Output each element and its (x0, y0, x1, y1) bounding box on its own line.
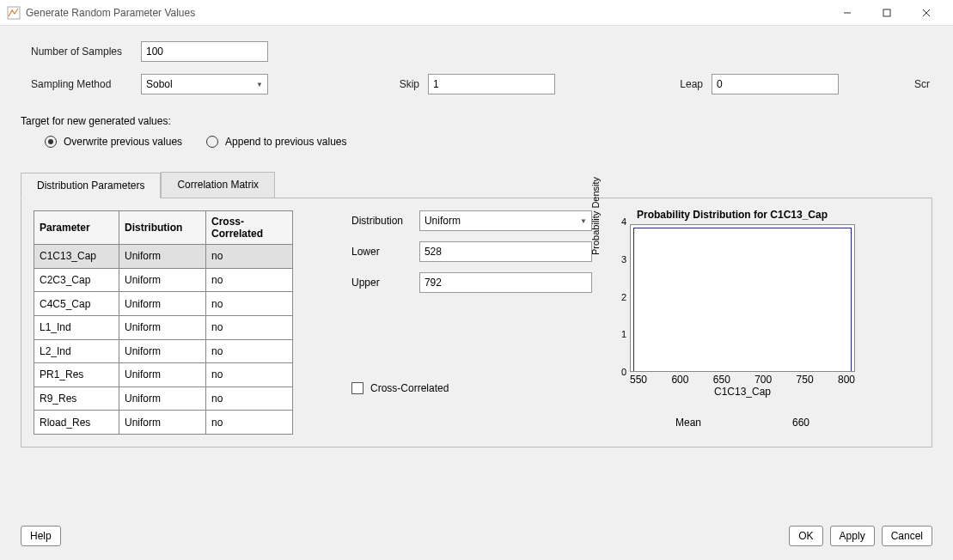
tab-panel: Parameter Distribution Cross-Correlated … (21, 198, 932, 447)
cell-distribution: Uniform (119, 363, 205, 387)
cell-crosscorr: no (205, 292, 292, 316)
distribution-select[interactable]: Uniform ▼ (419, 210, 592, 231)
cell-distribution: Uniform (119, 315, 205, 339)
distribution-value: Uniform (425, 215, 461, 227)
table-row[interactable]: C1C13_CapUniformno (34, 245, 293, 269)
cancel-button[interactable]: Cancel (882, 526, 932, 546)
app-icon (7, 6, 21, 20)
cell-parameter: L2_Ind (34, 339, 119, 363)
radio-selected-icon (45, 136, 57, 148)
chevron-down-icon: ▼ (580, 217, 587, 225)
cell-parameter: C4C5_Cap (34, 292, 119, 316)
crosscorr-checkbox[interactable] (351, 382, 363, 394)
window-title: Generate Random Parameter Values (26, 7, 828, 19)
crosscorr-label: Cross-Correlated (370, 382, 449, 394)
table-row[interactable]: C4C5_CapUniformno (34, 292, 293, 316)
cell-crosscorr: no (205, 411, 292, 435)
content-area: Number of Samples Sampling Method Sobol … (0, 26, 953, 458)
cell-distribution: Uniform (119, 245, 205, 269)
header-crosscorr: Cross-Correlated (205, 211, 292, 245)
help-button[interactable]: Help (21, 526, 61, 546)
cell-parameter: C2C3_Cap (34, 268, 119, 292)
cell-crosscorr: no (205, 387, 292, 411)
mean-label: Mean (675, 417, 701, 429)
chart-container: Probability Distribution for C1C13_Cap 4… (592, 210, 872, 435)
cell-distribution: Uniform (119, 292, 205, 316)
cell-distribution: Uniform (119, 268, 205, 292)
table-row[interactable]: Rload_ResUniformno (34, 411, 293, 435)
skip-label: Skip (385, 78, 419, 90)
scramble-label: Scr (914, 78, 930, 90)
num-samples-input[interactable] (141, 41, 268, 62)
table-row[interactable]: R9_ResUniformno (34, 387, 293, 411)
cell-crosscorr: no (205, 268, 292, 292)
detail-panel: Distribution Uniform ▼ Lower Upper Cr (309, 210, 919, 435)
ok-button[interactable]: OK (789, 526, 822, 546)
maximize-button[interactable] (867, 0, 907, 26)
mean-value: 660 (792, 417, 809, 429)
tab-distribution-parameters[interactable]: Distribution Parameters (21, 173, 161, 198)
sampling-method-label: Sampling Method (21, 78, 141, 90)
y-axis-ticks: 4 3 2 1 0 (618, 222, 626, 373)
overwrite-radio[interactable]: Overwrite previous values (45, 136, 182, 148)
table-row[interactable]: L1_IndUniformno (34, 315, 293, 339)
bottom-bar: Help OK Apply Cancel (21, 526, 932, 546)
table-header-row: Parameter Distribution Cross-Correlated (34, 211, 293, 245)
distribution-label: Distribution (351, 215, 419, 227)
upper-input[interactable] (419, 272, 592, 293)
radio-icon (206, 136, 218, 148)
cell-crosscorr: no (205, 363, 292, 387)
sampling-method-value: Sobol (146, 78, 173, 90)
target-heading: Target for new generated values: (21, 115, 932, 127)
header-parameter: Parameter (34, 211, 119, 245)
chart-plot (630, 224, 855, 372)
chart-title: Probability Distribution for C1C13_Cap (592, 209, 872, 221)
apply-button[interactable]: Apply (830, 526, 875, 546)
titlebar: Generate Random Parameter Values (0, 0, 953, 26)
cell-parameter: R9_Res (34, 387, 119, 411)
tab-bar: Distribution Parameters Correlation Matr… (21, 172, 932, 198)
minimize-button[interactable] (828, 0, 867, 26)
upper-label: Upper (351, 277, 419, 289)
table-row[interactable]: C2C3_CapUniformno (34, 268, 293, 292)
leap-label: Leap (669, 78, 703, 90)
num-samples-label: Number of Samples (21, 46, 141, 58)
parameter-table: Parameter Distribution Cross-Correlated … (34, 210, 293, 435)
x-axis-label: C1C13_Cap (630, 386, 855, 398)
cell-crosscorr: no (205, 245, 292, 269)
y-axis-label: Probability Density (590, 177, 601, 255)
cell-distribution: Uniform (119, 411, 205, 435)
skip-input[interactable] (428, 74, 555, 94)
append-label: Append to previous values (225, 136, 346, 148)
close-button[interactable] (907, 0, 946, 26)
lower-input[interactable] (419, 241, 592, 262)
overwrite-label: Overwrite previous values (64, 136, 182, 148)
table-row[interactable]: PR1_ResUniformno (34, 363, 293, 387)
header-distribution: Distribution (119, 211, 205, 245)
svg-rect-2 (883, 9, 890, 16)
cell-crosscorr: no (205, 339, 292, 363)
lower-label: Lower (351, 246, 419, 258)
cell-parameter: PR1_Res (34, 363, 119, 387)
cell-distribution: Uniform (119, 339, 205, 363)
mean-row: Mean 660 (630, 417, 855, 429)
sampling-method-select[interactable]: Sobol ▼ (141, 74, 268, 94)
chevron-down-icon: ▼ (256, 81, 263, 88)
window-buttons (828, 0, 946, 26)
cell-parameter: Rload_Res (34, 411, 119, 435)
cell-distribution: Uniform (119, 387, 205, 411)
uniform-curve (633, 228, 852, 371)
x-axis-ticks: 550 600 650 700 750 800 (630, 374, 855, 386)
leap-input[interactable] (712, 74, 839, 94)
tab-correlation-matrix[interactable]: Correlation Matrix (161, 172, 275, 198)
cell-parameter: L1_Ind (34, 315, 119, 339)
append-radio[interactable]: Append to previous values (206, 136, 346, 148)
table-row[interactable]: L2_IndUniformno (34, 339, 293, 363)
cell-crosscorr: no (205, 315, 292, 339)
cell-parameter: C1C13_Cap (34, 245, 119, 269)
